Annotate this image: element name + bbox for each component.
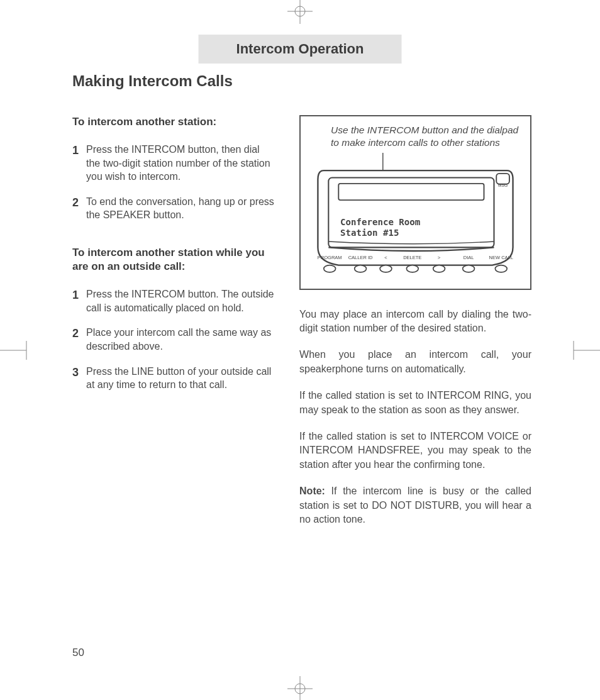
svg-rect-14 (496, 174, 509, 184)
body-paragraph: When you place an intercom call, your sp… (299, 348, 531, 376)
subheading-2: To intercom another station while you ar… (72, 246, 274, 274)
body-paragraph: If the called station is set to INTERCOM… (299, 430, 531, 472)
note-text: If the intercom line is busy or the call… (299, 486, 531, 525)
page-number: 50 (72, 647, 84, 659)
step-text: Place your intercom call the same way as… (86, 326, 274, 353)
step-item: 1 Press the INTERCOM button, then dial t… (72, 143, 274, 184)
body-paragraph: You may place an intercom call by dialin… (299, 308, 531, 336)
left-column: To intercom another station: 1 Press the… (72, 115, 274, 539)
phone-illustration: MSG Conference Room Station #15 PROGRAM (312, 153, 519, 277)
svg-point-18 (380, 265, 392, 272)
two-column-layout: To intercom another station: 1 Press the… (72, 115, 531, 539)
illustration-box: Use the INTERCOM button and the dialpad … (299, 115, 531, 290)
subheading-1: To intercom another station: (72, 115, 274, 129)
step-number: 1 (72, 287, 86, 314)
note-paragraph: Note: If the intercom line is busy or th… (299, 484, 531, 526)
step-text: To end the conversation, hang up or pres… (86, 195, 274, 222)
svg-point-19 (406, 265, 418, 272)
delete-label: DELETE (403, 255, 421, 260)
lcd-line-1: Conference Room (340, 217, 420, 227)
callerid-label: CALLER ID (348, 255, 373, 260)
body-paragraph: If the called station is set to INTERCOM… (299, 389, 531, 417)
step-number: 1 (72, 143, 86, 184)
manual-page: Intercom Operation Making Intercom Calls… (0, 0, 600, 700)
step-number: 3 (72, 365, 86, 392)
svg-point-22 (495, 265, 507, 272)
step-number: 2 (72, 195, 86, 222)
svg-point-17 (355, 265, 367, 272)
gt-label: > (438, 255, 441, 260)
svg-point-21 (463, 265, 475, 272)
newcall-label: NEW CALL (489, 255, 513, 260)
illustration-caption: Use the INTERCOM button and the dialpad … (312, 124, 519, 149)
step-number: 2 (72, 326, 86, 353)
svg-point-20 (433, 265, 445, 272)
step-item: 2 To end the conversation, hang up or pr… (72, 195, 274, 222)
lt-label: < (384, 255, 387, 260)
content-area: Making Intercom Calls To intercom anothe… (72, 72, 531, 539)
step-text: Press the LINE button of your outside ca… (86, 365, 274, 392)
svg-rect-15 (338, 184, 484, 200)
chapter-header: Intercom Operation (199, 35, 402, 64)
msg-label: MSG (498, 184, 508, 188)
registration-mark-bottom (287, 676, 313, 700)
step-text: Press the INTERCOM button, then dial the… (86, 143, 274, 184)
step-item: 2 Place your intercom call the same way … (72, 326, 274, 353)
svg-point-16 (324, 265, 336, 272)
crop-mark-right (562, 341, 600, 360)
lcd-line-2: Station #15 (340, 228, 399, 238)
registration-mark-top (287, 0, 313, 24)
program-label: PROGRAM (318, 255, 342, 260)
step-item: 3 Press the LINE button of your outside … (72, 365, 274, 392)
step-item: 1 Press the INTERCOM button. The outside… (72, 287, 274, 314)
step-text: Press the INTERCOM button. The outside c… (86, 287, 274, 314)
note-label: Note: (299, 486, 325, 496)
section-title: Making Intercom Calls (72, 72, 531, 90)
crop-mark-left (0, 341, 38, 360)
right-column: Use the INTERCOM button and the dialpad … (299, 115, 531, 539)
dial-label: DIAL (464, 255, 474, 260)
